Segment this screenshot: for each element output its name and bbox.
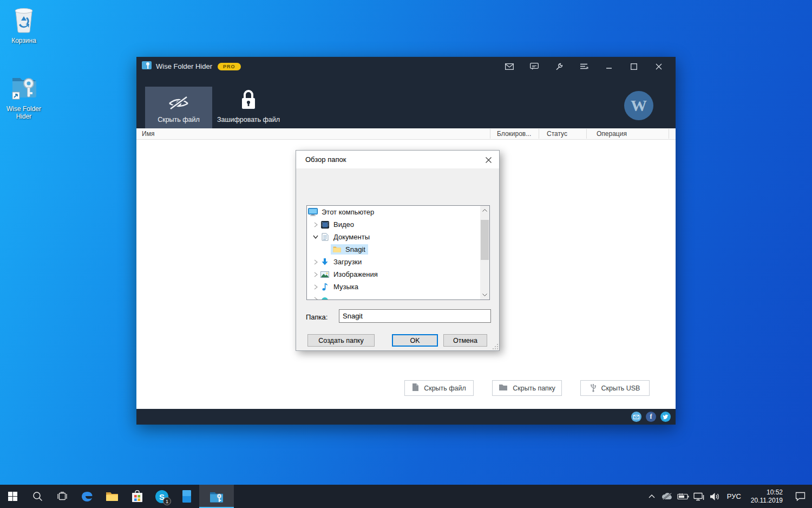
action-center-icon[interactable]	[788, 485, 812, 508]
hide-file-button[interactable]: Скрыть файл	[404, 380, 474, 396]
file-explorer-icon[interactable]	[100, 485, 125, 508]
maximize-button[interactable]	[621, 58, 646, 75]
column-operation[interactable]: Операция	[597, 130, 627, 138]
menu-icon[interactable]	[572, 58, 597, 75]
mail-icon[interactable]	[497, 58, 522, 75]
button-label: Скрыть папку	[513, 385, 555, 392]
column-divider	[490, 129, 490, 139]
eye-slash-icon	[166, 95, 191, 112]
tree-item-label	[332, 299, 335, 300]
tree-item-snagit[interactable]: Snagit	[307, 243, 489, 256]
chevron-right-icon[interactable]	[311, 284, 320, 290]
chevron-right-icon[interactable]	[311, 259, 320, 265]
window-footer: f	[136, 409, 676, 425]
dialog-titlebar: Обзор папок	[296, 151, 499, 168]
ok-button[interactable]: OK	[392, 334, 438, 347]
wise-folder-hider-icon	[3, 74, 44, 103]
browse-folders-dialog: Обзор папок Этот компьютер Видео	[296, 150, 500, 351]
chevron-right-icon[interactable]	[311, 222, 320, 227]
tree-item-documents[interactable]: Документы	[307, 231, 489, 243]
feedback-icon[interactable]	[522, 58, 547, 75]
chevron-right-icon[interactable]	[311, 297, 320, 301]
facebook-icon[interactable]: f	[646, 412, 656, 422]
scrollbar-thumb[interactable]	[481, 220, 489, 260]
tree-item-label: Видео	[332, 220, 356, 229]
language-indicator[interactable]: РУС	[723, 492, 745, 500]
volume-icon[interactable]	[707, 485, 723, 508]
desktop-icon-wise-folder-hider[interactable]: Wise Folder Hider	[3, 74, 44, 120]
button-label: Скрыть файл	[424, 385, 466, 392]
settings-wrench-icon[interactable]	[547, 58, 572, 75]
folder-name-input[interactable]	[339, 309, 491, 323]
tree-item-videos[interactable]: Видео	[307, 218, 489, 231]
taskbar-wise-folder-hider[interactable]	[199, 485, 234, 508]
start-button[interactable]	[0, 485, 25, 508]
taskbar: S 1 РУС 10:52 20.11.2019	[0, 485, 812, 508]
toolbar: Скрыть файл Зашифровать файл W	[136, 76, 676, 128]
computer-icon	[308, 208, 318, 216]
battery-icon[interactable]	[676, 485, 691, 508]
network-icon[interactable]	[691, 485, 707, 508]
window-titlebar: Wise Folder Hider PRO	[136, 57, 676, 76]
toolbar-hide-file-button[interactable]: Скрыть файл	[145, 87, 212, 128]
app-icon	[142, 61, 152, 71]
tree-scrollbar[interactable]	[480, 206, 489, 299]
tree-item-label: Snagit	[344, 245, 367, 254]
dialog-title: Обзор папок	[305, 155, 346, 164]
edge-browser-icon[interactable]	[75, 485, 100, 508]
usb-icon	[590, 383, 597, 394]
tree-item-label: Изображения	[332, 270, 379, 279]
microsoft-store-icon[interactable]	[125, 485, 149, 508]
column-divider	[586, 129, 587, 139]
column-divider	[539, 129, 539, 139]
button-label: Скрыть USB	[601, 385, 640, 392]
clock[interactable]: 10:52 20.11.2019	[745, 489, 788, 505]
tray-date: 20.11.2019	[751, 497, 783, 504]
hide-usb-button[interactable]: Скрыть USB	[580, 380, 650, 396]
create-folder-button[interactable]: Создать папку	[307, 334, 375, 347]
tree-item-label: Загрузки	[332, 257, 363, 266]
tray-chevron-up-icon[interactable]	[644, 485, 660, 508]
system-tray: РУС 10:52 20.11.2019	[644, 485, 812, 508]
email-social-icon[interactable]	[631, 412, 641, 422]
task-view-icon[interactable]	[50, 485, 75, 508]
close-button[interactable]	[646, 58, 671, 75]
tray-time: 10:52	[767, 489, 783, 496]
column-name[interactable]: Имя	[142, 130, 154, 138]
window-title: Wise Folder Hider	[156, 62, 212, 70]
pro-badge: PRO	[218, 63, 241, 70]
3d-objects-icon	[320, 296, 330, 301]
desktop: { "desktop": { "icons": [ { "label": "Ко…	[0, 0, 812, 508]
pictures-icon	[320, 271, 330, 278]
chevron-down-icon[interactable]	[311, 235, 320, 239]
resize-grip[interactable]	[493, 344, 498, 349]
tree-item-label: Этот компьютер	[320, 207, 376, 217]
search-icon[interactable]	[25, 485, 50, 508]
tree-item-pictures[interactable]: Изображения	[307, 268, 489, 281]
tree-item-downloads[interactable]: Загрузки	[307, 256, 489, 268]
chevron-right-icon[interactable]	[311, 272, 320, 277]
skype-icon[interactable]: S 1	[149, 485, 174, 508]
dialog-close-button[interactable]	[483, 154, 494, 165]
scroll-up-arrow[interactable]	[480, 206, 489, 215]
desktop-icon-label: Корзина	[11, 37, 36, 44]
column-status[interactable]: Статус	[547, 130, 567, 138]
hide-folder-button[interactable]: Скрыть папку	[492, 380, 562, 396]
tree-item-this-pc[interactable]: Этот компьютер	[307, 206, 489, 218]
lock-icon	[240, 89, 257, 112]
tree-item-partial[interactable]	[307, 293, 489, 300]
column-lock[interactable]: Блокиров...	[497, 130, 531, 138]
tree-item-music[interactable]: Музыка	[307, 281, 489, 293]
mail-app-icon[interactable]	[174, 485, 199, 508]
minimize-button[interactable]	[597, 58, 621, 75]
wise-logo-watermark: W	[624, 91, 653, 120]
action-button-row: Скрыть файл Скрыть папку Скрыть USB	[136, 374, 676, 409]
twitter-icon[interactable]	[660, 412, 671, 422]
desktop-icon-recycle-bin[interactable]: Корзина	[3, 4, 44, 44]
downloads-icon	[320, 258, 330, 266]
scroll-down-arrow[interactable]	[480, 290, 489, 299]
cancel-button[interactable]: Отмена	[443, 334, 487, 347]
toolbar-encrypt-file-button[interactable]: Зашифровать файл	[214, 87, 283, 128]
onedrive-icon[interactable]	[660, 485, 676, 508]
toolbar-button-label: Зашифровать файл	[217, 116, 280, 123]
